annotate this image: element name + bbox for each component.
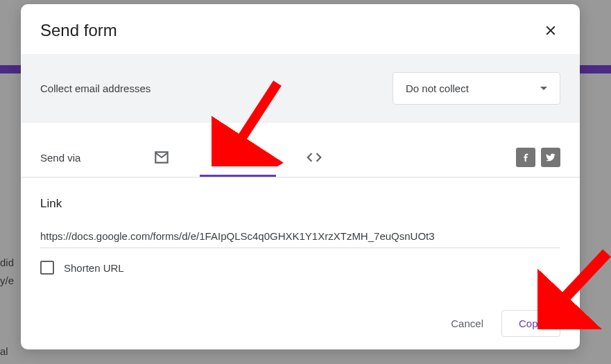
chevron-down-icon	[540, 87, 547, 90]
collect-email-section: Collect email addresses Do not collect	[21, 54, 580, 123]
link-heading: Link	[40, 197, 560, 211]
facebook-share-button[interactable]	[516, 148, 535, 167]
close-icon	[543, 23, 558, 38]
twitter-icon	[545, 152, 556, 163]
send-via-section: Send via	[21, 123, 580, 177]
dialog-header: Send form	[21, 4, 580, 54]
backdrop-text: did	[0, 257, 14, 268]
email-icon	[153, 148, 171, 166]
shorten-url-label: Shorten URL	[64, 262, 124, 274]
send-via-label: Send via	[40, 152, 123, 164]
send-form-dialog: Send form Collect email addresses Do not…	[21, 4, 580, 349]
tab-link[interactable]	[200, 138, 276, 177]
backdrop-text: al	[0, 345, 8, 357]
shorten-url-checkbox[interactable]	[40, 261, 54, 275]
shorten-url-row: Shorten URL	[40, 261, 560, 275]
facebook-icon	[520, 152, 531, 163]
cancel-button[interactable]: Cancel	[441, 311, 493, 336]
collect-email-label: Collect email addresses	[40, 83, 150, 94]
copy-button[interactable]: Copy	[501, 310, 560, 337]
backdrop-text: y/e	[0, 275, 14, 286]
collect-email-dropdown[interactable]: Do not collect	[393, 72, 560, 105]
send-via-tabs	[123, 138, 352, 177]
link-icon	[228, 148, 248, 167]
dialog-footer: Cancel Copy	[441, 310, 560, 337]
social-share-icons	[516, 148, 560, 167]
close-button[interactable]	[541, 21, 560, 40]
link-section: Link https://docs.google.com/forms/d/e/1…	[21, 177, 580, 275]
link-url-field[interactable]: https://docs.google.com/forms/d/e/1FAIpQ…	[40, 227, 560, 248]
embed-icon	[305, 148, 323, 166]
tab-embed[interactable]	[276, 138, 352, 177]
tab-email[interactable]	[123, 138, 200, 177]
dropdown-selected-value: Do not collect	[406, 83, 469, 94]
dialog-title: Send form	[40, 21, 117, 40]
twitter-share-button[interactable]	[541, 148, 560, 167]
